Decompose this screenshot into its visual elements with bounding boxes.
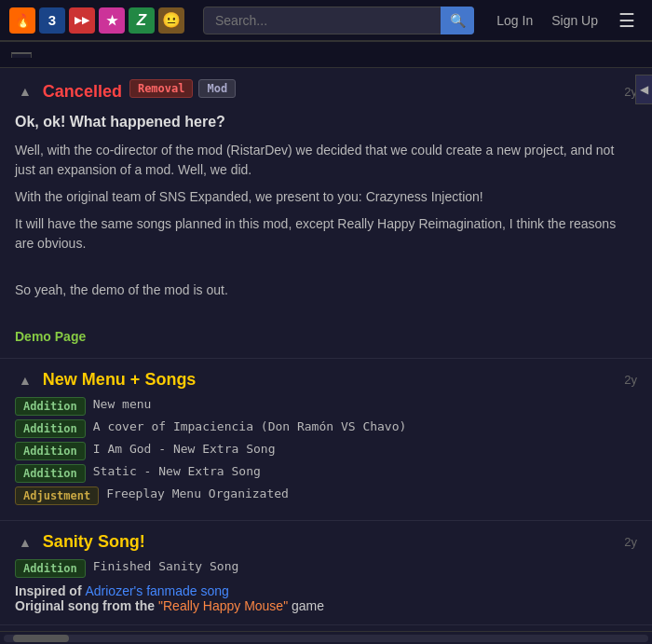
tags-cancelled: Removal Mod bbox=[129, 79, 236, 98]
original-suffix: game bbox=[288, 598, 324, 613]
section-cancelled: ▲ Cancelled Removal Mod 2y Ok, ok! What … bbox=[0, 68, 652, 359]
section-new-menu: ▲ New Menu + Songs 2y Addition New menu … bbox=[0, 359, 652, 521]
tag-mod: Mod bbox=[198, 79, 236, 98]
section-time-new-menu: 2y bbox=[624, 373, 637, 387]
app-header: 🔥 3 ▶▶ ★ Z 😐 🔍 Log In Sign Up ☰ bbox=[0, 0, 652, 42]
section-para-4: So yeah, the demo of the mod is out. bbox=[15, 281, 637, 300]
item-text-sanity: Finished Sanity Song bbox=[93, 559, 637, 573]
logo-fire-icon: 🔥 bbox=[9, 7, 35, 34]
tag-addition-1: Addition bbox=[15, 397, 86, 416]
logo-z-icon: Z bbox=[129, 7, 155, 34]
scrollbar-thumb[interactable] bbox=[13, 635, 69, 642]
bottom-scrollbar bbox=[0, 631, 652, 644]
side-collapse-button[interactable]: ◀ bbox=[635, 75, 652, 104]
search-icon[interactable]: 🔍 bbox=[441, 7, 474, 34]
changelog-items-new-menu: Addition New menu Addition A cover of Im… bbox=[15, 397, 637, 505]
section-title-row: ▲ Cancelled Removal Mod bbox=[15, 79, 236, 103]
logo-char-icon: ★ bbox=[99, 7, 125, 34]
demo-page-link[interactable]: Demo Page bbox=[15, 329, 86, 344]
section-title-cancelled: Cancelled bbox=[43, 82, 122, 102]
tag-removal: Removal bbox=[129, 79, 194, 98]
tag-addition-4: Addition bbox=[15, 464, 86, 483]
item-text-5: Freeplay Menu Organizated bbox=[106, 486, 637, 500]
inspired-line-1: Inspired of Adriozer's fanmade song bbox=[15, 583, 637, 598]
section-body-cancelled: Ok, ok! What happened here? Well, with t… bbox=[15, 111, 637, 347]
section-para-1: Well, with the co-director of the mod (R… bbox=[15, 141, 637, 180]
game-name: "Really Happy Mouse" bbox=[158, 598, 288, 613]
collapse-new-menu-button[interactable]: ▲ bbox=[15, 373, 35, 388]
search-bar: 🔍 bbox=[203, 7, 474, 34]
search-input[interactable] bbox=[203, 7, 474, 34]
item-text-4: Static - New Extra Song bbox=[93, 464, 637, 478]
scrollbar-track[interactable] bbox=[4, 635, 648, 642]
collapse-cancelled-button[interactable]: ▲ bbox=[15, 84, 35, 99]
list-item: Addition A cover of Impaciencia (Don Ram… bbox=[15, 419, 637, 438]
collapse-sanity-button[interactable]: ▲ bbox=[15, 535, 35, 550]
section-time-sanity: 2y bbox=[624, 535, 637, 549]
item-text-3: I Am God - New Extra Song bbox=[93, 442, 637, 456]
signup-button[interactable]: Sign Up bbox=[546, 9, 604, 32]
list-item: Addition New menu bbox=[15, 397, 637, 416]
logo-3-icon: 3 bbox=[39, 7, 65, 34]
breadcrumb-bar bbox=[0, 42, 652, 68]
tag-addition-3: Addition bbox=[15, 442, 86, 460]
main-content: ▲ Cancelled Removal Mod 2y Ok, ok! What … bbox=[0, 68, 652, 644]
tag-addition-sanity: Addition bbox=[15, 559, 86, 578]
logo-group: 🔥 3 ▶▶ ★ Z 😐 bbox=[9, 7, 184, 34]
item-text-1: New menu bbox=[93, 397, 637, 411]
section-title-new-menu: New Menu + Songs bbox=[43, 370, 197, 390]
original-prefix: Original song from the bbox=[15, 598, 158, 613]
inspired-line-2: Original song from the "Really Happy Mou… bbox=[15, 598, 637, 613]
header-actions: Log In Sign Up ☰ bbox=[491, 6, 643, 35]
section-heading: Ok, ok! What happened here? bbox=[15, 111, 637, 133]
list-item: Addition I Am God - New Extra Song bbox=[15, 442, 637, 460]
logo-ctrl-icon: ▶▶ bbox=[69, 7, 95, 34]
section-para-3: It will have the same songs planned in t… bbox=[15, 214, 637, 253]
list-item: Adjustment Freeplay Menu Organizated bbox=[15, 486, 637, 505]
breadcrumb-tab bbox=[11, 52, 32, 58]
item-text-2: A cover of Impaciencia (Don Ramón VS Cha… bbox=[93, 419, 637, 433]
section-header-cancelled: ▲ Cancelled Removal Mod 2y bbox=[15, 79, 637, 103]
section-title-row-sanity: ▲ Sanity Song! bbox=[15, 532, 145, 552]
login-button[interactable]: Log In bbox=[491, 9, 538, 32]
inspired-prefix: Inspired of bbox=[15, 583, 85, 598]
changelog-items-sanity: Addition Finished Sanity Song bbox=[15, 559, 637, 578]
list-item: Addition Static - New Extra Song bbox=[15, 464, 637, 483]
section-sanity: ▲ Sanity Song! 2y Addition Finished Sani… bbox=[0, 521, 652, 625]
section-header-sanity: ▲ Sanity Song! 2y bbox=[15, 532, 637, 552]
section-header-new-menu: ▲ New Menu + Songs 2y bbox=[15, 370, 637, 390]
inspired-link[interactable]: Adriozer's fanmade song bbox=[85, 583, 228, 598]
section-title-sanity: Sanity Song! bbox=[43, 532, 145, 552]
section-para-2: With the original team of SNS Expanded, … bbox=[15, 187, 637, 207]
tag-addition-2: Addition bbox=[15, 419, 86, 438]
section-title-row-new-menu: ▲ New Menu + Songs bbox=[15, 370, 196, 390]
list-item: Addition Finished Sanity Song bbox=[15, 559, 637, 578]
inspired-block: Inspired of Adriozer's fanmade song Orig… bbox=[15, 583, 637, 613]
menu-button[interactable]: ☰ bbox=[611, 6, 643, 35]
tag-adjustment-1: Adjustment bbox=[15, 486, 99, 505]
logo-face-icon: 😐 bbox=[158, 7, 184, 34]
